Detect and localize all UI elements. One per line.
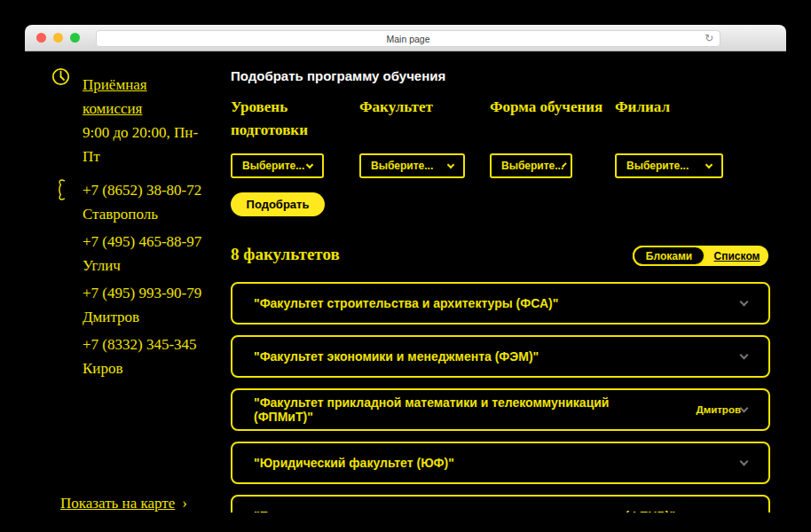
phone-icon [54,177,69,206]
reception-committee-link[interactable]: Приёмная комиссия [83,76,147,117]
browser-titlebar: Main page ↻ [25,25,786,51]
clock-icon [51,67,70,90]
phone-entry: +7 (495) 993-90-79 Дмитров [83,281,203,329]
faculty-row-fenr[interactable]: "Естественные науки, нанотехнологии и ра… [231,495,770,512]
faculty-city: Киров [700,511,731,512]
phone-number[interactable]: +7 (8332) 345-345 [83,332,203,356]
faculty-row-uf[interactable]: "Юридический факультет (ЮФ)" [231,442,770,484]
zoom-button[interactable] [70,33,80,43]
show-on-map-link[interactable]: Показать на карте› [60,495,187,512]
chevron-right-icon: › [182,495,187,512]
phone-city: Ставрополь [83,202,203,226]
select-value: Выберите... [626,160,689,172]
chevron-down-icon[interactable] [740,350,749,359]
view-list-button[interactable]: Списком [705,246,768,266]
phone-entry: +7 (8332) 345-345 Киров [83,332,203,380]
filter-label: Форма обучения [490,96,616,119]
phone-number[interactable]: +7 (495) 465-88-97 [83,230,203,254]
phone-entry: +7 (8652) 38-80-72 Ставрополь [83,178,203,226]
faculty-row-fpmit[interactable]: "Факультет прикладной математики и телек… [231,388,770,431]
select-value: Выберите... [242,160,304,172]
minimize-button[interactable] [53,33,63,43]
branch-select[interactable]: Выберите... [615,153,723,178]
phone-city: Углич [83,254,203,278]
phone-city: Дмитров [83,305,203,329]
phone-list: +7 (8652) 38-80-72 Ставрополь +7 (495) 4… [83,178,203,384]
phone-number[interactable]: +7 (8652) 38-80-72 [83,178,203,202]
faculty-title: "Естественные науки, нанотехнологии и ра… [254,509,675,512]
browser-window: Main page ↻ Приёмная комиссия 9:00 до 20… [25,25,786,512]
faculty-row-fsa[interactable]: "Факультет строительства и архитектуры (… [231,282,770,325]
faculty-title: "Факультет строительства и архитектуры (… [254,296,558,310]
chevron-down-icon[interactable] [740,457,749,466]
find-program-button[interactable]: Подобрать [231,192,325,216]
filter-label: Факультет [359,96,485,119]
page-content: Приёмная комиссия 9:00 до 20:00, Пн-Пт +… [25,51,786,512]
filter-branch: Филиал Выберите... [615,96,741,180]
refresh-icon[interactable]: ↻ [705,32,713,44]
address-bar[interactable]: Main page ↻ [96,30,720,47]
show-on-map-label: Показать на карте [60,495,175,512]
filter-level: Уровень подготовки Выберите... [231,96,357,180]
faculty-list: "Факультет строительства и архитектуры (… [231,282,770,512]
faculty-city: Дмитров [696,404,741,415]
reception-schedule: 9:00 до 20:00, Пн-Пт [83,121,200,168]
select-value: Выберите... [501,160,563,172]
program-finder-title: Подобрать программу обучения [231,68,445,83]
faculty-title: "Факультет прикладной математики и телек… [254,395,671,424]
level-select[interactable]: Выберите... [231,153,324,178]
close-button[interactable] [36,33,46,43]
contacts-sidebar: Приёмная комиссия 9:00 до 20:00, Пн-Пт +… [25,51,211,512]
chevron-down-icon[interactable] [740,510,749,512]
view-blocks-button[interactable]: Блоками [633,246,705,266]
faculty-title: "Факультет экономики и менеджмента (ФЭМ)… [254,349,539,364]
chevron-down-icon[interactable] [740,403,749,412]
page-title: Main page [386,34,429,44]
chevron-down-icon [705,160,713,168]
filter-faculty: Факультет Выберите... [359,96,485,180]
faculty-row-fem[interactable]: "Факультет экономики и менеджмента (ФЭМ)… [231,335,770,378]
view-toggle: Блоками Списком [633,246,768,266]
faculty-title: "Юридический факультет (ЮФ)" [254,456,454,470]
chevron-down-icon[interactable] [740,297,749,306]
phone-city: Киров [83,356,203,380]
chevron-down-icon [447,160,454,168]
faculty-select[interactable]: Выберите... [359,153,465,178]
filter-label: Уровень подготовки [231,96,357,142]
select-value: Выберите... [371,160,433,172]
faculties-count-title: 8 факультетов [231,245,340,264]
window-controls [36,33,80,43]
reception-hours-block: Приёмная комиссия 9:00 до 20:00, Пн-Пт [83,73,200,168]
chevron-down-icon [306,160,313,168]
phone-entry: +7 (495) 465-88-97 Углич [83,230,203,278]
filter-study-form: Форма обучения Выберите... [490,96,616,180]
phone-number[interactable]: +7 (495) 993-90-79 [83,281,203,305]
study-form-select[interactable]: Выберите... [490,153,572,178]
filter-label: Филиал [615,96,741,119]
